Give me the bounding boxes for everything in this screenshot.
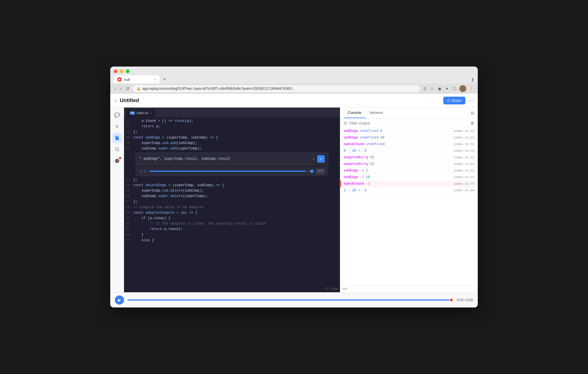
console-row: makeAthunk undefined index.ts:76 xyxy=(340,141,478,148)
panel-layout-button[interactable]: ⊟ xyxy=(471,111,474,115)
code-tab-filename: index.ts xyxy=(137,111,148,115)
code-tabs: TS index.ts × xyxy=(124,108,340,117)
code-line-22: 22 subComp.super.add(superComp); xyxy=(124,146,340,151)
share-page-button[interactable]: ⎙ xyxy=(423,85,427,92)
code-line-19: 19 }; xyxy=(124,129,340,135)
svg-point-3 xyxy=(116,160,118,162)
sidebar-item-search[interactable] xyxy=(112,144,122,155)
filter-sidebar-button[interactable]: ⊟ xyxy=(344,121,347,125)
code-line-28: 28 // Compute the value of an Adapton xyxy=(124,205,340,210)
scrubber-track[interactable] xyxy=(149,171,314,172)
extension-1-button[interactable]: ◉ xyxy=(437,85,442,92)
sidebar-icons: 💬 ≡ xyxy=(110,108,124,292)
tab-network[interactable]: Network xyxy=(365,108,387,118)
code-panel: TS index.ts × 17 a.thunk = () => thunk(a… xyxy=(124,108,340,292)
sidebar-item-list[interactable]: ≡ xyxy=(112,121,122,132)
popup-add-button[interactable]: + xyxy=(317,155,325,163)
code-line-30: 30 if (a.clean) { xyxy=(124,216,340,221)
url-bar[interactable]: 🔒 app.replay.io/recording/519f7eec-1aea-… xyxy=(133,85,420,92)
console-row: addEdge -2 10 index.ts:22 xyxy=(340,174,478,181)
code-line-21: 21 superComp.sub.add(subComp); xyxy=(124,141,340,146)
share-label: Share xyxy=(451,98,461,103)
sidebar-item-debug[interactable] xyxy=(112,156,122,166)
code-tab-close[interactable]: × xyxy=(150,111,152,115)
bookmark-button[interactable]: ☆ xyxy=(429,85,435,92)
console-row: adaptonDirty 51 index.ts:51 xyxy=(340,161,478,167)
console-row: adaptonDirty 51 index.ts:51 xyxy=(340,154,478,161)
fullscreen-traffic-light[interactable] xyxy=(126,69,129,73)
new-tab-button[interactable]: + xyxy=(161,76,168,83)
tab-close-button[interactable]: × xyxy=(154,78,156,81)
more-button[interactable]: ··· xyxy=(469,98,473,104)
url-text: app.replay.io/recording/519f7eec-1aea-46… xyxy=(142,87,295,91)
playback-bar: ▶ 0:02 / 0:02 xyxy=(110,292,478,307)
playback-track[interactable] xyxy=(127,299,453,301)
code-line-34: 34 else { xyxy=(124,238,340,243)
tab-overflow-button[interactable]: ❯ xyxy=(471,77,474,82)
popup-text: " addEdge", superComp.result, subComp.re… xyxy=(139,156,311,162)
console-row: 8 - 10 = -2 index.ts:78 xyxy=(340,148,478,154)
lock-icon: 🔒 xyxy=(137,87,141,91)
svg-point-0 xyxy=(115,148,119,151)
scrubber-thumb xyxy=(310,170,314,173)
main-layout: 💬 ≡ TS index.ts × xyxy=(110,108,478,292)
sidebar-item-file[interactable] xyxy=(112,133,122,143)
app-content: ‹ Untitled ⎙ Share ··· 💬 ≡ xyxy=(110,94,478,307)
cursor-position: (1, 1) xyxy=(326,287,333,291)
minimize-traffic-light[interactable] xyxy=(120,69,123,73)
playback-time: 0:02 / 0:02 xyxy=(457,298,473,302)
extension-2-button[interactable]: ✦ xyxy=(444,85,450,92)
code-line-23: 23 }; xyxy=(124,177,340,183)
filter-bar: ⊟ 🗑 xyxy=(340,118,478,128)
inline-popup: " addEdge", superComp.result, subComp.re… xyxy=(136,153,328,165)
code-line-27: 27 }; xyxy=(124,199,340,204)
code-content[interactable]: 17 a.thunk = () => thunk(a); 18 return a… xyxy=(124,117,340,285)
browser-tab[interactable]: ▶ null × xyxy=(114,75,160,83)
tab-favicon: ▶ xyxy=(117,77,122,82)
share-button[interactable]: ⎙ Share xyxy=(443,97,465,104)
extensions-button[interactable]: ⬡ xyxy=(452,85,457,92)
code-line-17: 17 a.thunk = () => thunk(a); xyxy=(124,118,340,124)
scrubber-row: ◁ ▷ 4/4 xyxy=(136,166,328,176)
panel-bottom-row: >> xyxy=(340,285,478,292)
traffic-lights xyxy=(114,69,474,73)
share-icon: ⎙ xyxy=(447,98,450,103)
playback-thumb xyxy=(449,298,453,302)
browser-more-button[interactable]: ⋮ xyxy=(469,85,474,92)
expand-panel-button[interactable]: >> xyxy=(333,287,338,291)
app-back-button[interactable]: ‹ xyxy=(115,98,116,103)
address-bar: ‹ › ↺ 🔒 app.replay.io/recording/519f7eec… xyxy=(110,83,478,94)
scrubber-fill xyxy=(149,171,305,172)
svg-line-1 xyxy=(118,150,119,151)
console-output[interactable]: addEdge undefined 8 index.ts:22 addEdge … xyxy=(340,128,478,285)
close-traffic-light[interactable] xyxy=(114,69,117,73)
console-row: addEdge undefined 10 index.ts:22 xyxy=(340,135,478,141)
right-panel: Console Network ⊟ ⊟ 🗑 xyxy=(340,108,478,292)
code-line-29: 29 const adaptonCompute = (a) => { xyxy=(124,210,340,216)
console-row: addEdge -2 2 index.ts:22 xyxy=(340,167,478,174)
expand-right-button[interactable]: >> xyxy=(343,287,347,291)
sidebar-item-comments[interactable]: 💬 xyxy=(112,110,122,120)
app-header: ‹ Untitled ⎙ Share ··· xyxy=(110,94,478,108)
code-tab-index-ts[interactable]: TS index.ts × xyxy=(126,109,155,117)
forward-nav-button[interactable]: › xyxy=(119,85,122,92)
filter-input[interactable] xyxy=(349,121,468,125)
popup-edit-icon[interactable]: ✏ xyxy=(313,156,315,162)
ts-badge: TS xyxy=(130,111,135,115)
console-row: addEdge undefined 8 index.ts:22 xyxy=(340,128,478,135)
code-line-24: 24 const deleteEdge = (superComp, subCom… xyxy=(124,183,340,188)
scrubber-next-button[interactable]: ▷ xyxy=(144,169,147,173)
play-button[interactable]: ▶ xyxy=(115,295,124,305)
panel-tabs: Console Network ⊟ xyxy=(340,108,478,118)
tab-bar: ▶ null × + ❯ xyxy=(114,75,474,83)
tab-title: null xyxy=(124,77,130,82)
clear-filter-button[interactable]: 🗑 xyxy=(470,121,474,125)
code-line-20: 20 const addEdge = (superComp, subComp) … xyxy=(124,135,340,141)
refresh-button[interactable]: ↺ xyxy=(125,85,130,92)
code-line-33: 33 } xyxy=(124,232,340,238)
scrubber-counter: 4/4 xyxy=(316,168,325,174)
code-line-18: 18 return a; xyxy=(124,124,340,129)
tab-console[interactable]: Console xyxy=(344,108,365,118)
back-nav-button[interactable]: ‹ xyxy=(114,85,116,92)
scrubber-prev-button[interactable]: ◁ xyxy=(139,169,142,173)
